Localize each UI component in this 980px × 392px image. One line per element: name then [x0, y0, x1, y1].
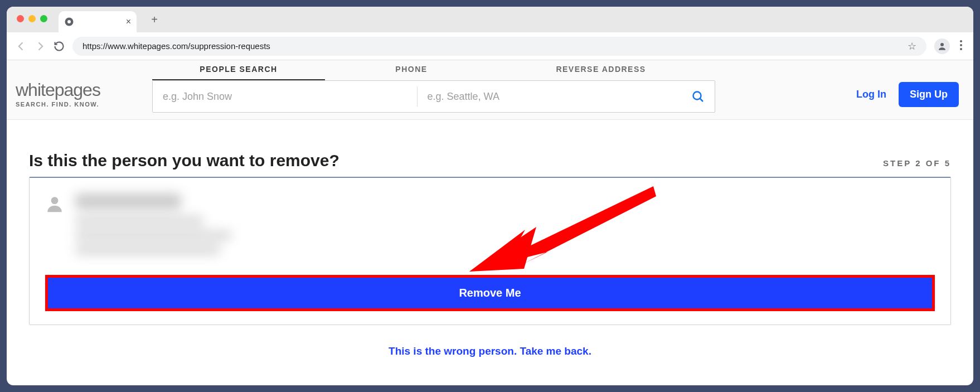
bookmark-icon[interactable]: ☆	[908, 40, 916, 52]
svg-point-1	[67, 20, 71, 23]
wrong-person-link[interactable]: This is the wrong person. Take me back.	[29, 345, 951, 357]
back-button[interactable]	[16, 41, 27, 52]
logo-tagline: SEARCH. FIND. KNOW.	[16, 101, 152, 108]
minimize-window-button[interactable]	[28, 15, 36, 22]
new-tab-button[interactable]: +	[147, 12, 162, 27]
svg-point-8	[51, 197, 59, 204]
address-bar[interactable]: ☆	[72, 37, 926, 56]
tab-phone[interactable]: PHONE	[325, 60, 498, 80]
site-header: whitepages SEARCH. FIND. KNOW. PEOPLE SE…	[7, 60, 973, 120]
maximize-window-button[interactable]	[40, 15, 47, 22]
svg-point-3	[960, 40, 962, 42]
main-content: Is this the person you want to remove? S…	[7, 120, 973, 357]
redacted-person-details	[75, 193, 231, 259]
reload-button[interactable]	[54, 41, 65, 52]
search-block: PEOPLE SEARCH PHONE REVERSE ADDRESS	[152, 60, 715, 113]
person-card: Remove Me	[29, 177, 951, 325]
signup-button[interactable]: Sign Up	[899, 82, 959, 107]
page-title: Is this the person you want to remove?	[29, 151, 339, 170]
search-form	[152, 80, 715, 113]
avatar-icon	[45, 195, 64, 214]
login-link[interactable]: Log In	[856, 89, 886, 100]
step-indicator: STEP 2 OF 5	[883, 158, 951, 168]
auth-block: Log In Sign Up	[856, 66, 964, 107]
search-submit-button[interactable]	[681, 81, 715, 112]
forward-button[interactable]	[35, 41, 46, 52]
browser-window: × + ☆ whitepages SEARCH. FIND.	[7, 7, 973, 385]
svg-line-7	[700, 99, 704, 102]
tab-favicon-icon	[64, 17, 74, 27]
browser-menu-icon[interactable]	[958, 40, 964, 52]
close-tab-icon[interactable]: ×	[126, 17, 131, 27]
site-logo[interactable]: whitepages SEARCH. FIND. KNOW.	[16, 65, 152, 108]
browser-tab[interactable]: ×	[59, 11, 137, 32]
svg-point-5	[960, 48, 962, 50]
tab-reverse-address[interactable]: REVERSE ADDRESS	[498, 60, 704, 80]
logo-text: whitepages	[16, 81, 152, 99]
search-location-input[interactable]	[418, 81, 682, 112]
svg-point-6	[693, 92, 701, 100]
person-row	[45, 193, 935, 259]
tab-people-search[interactable]: PEOPLE SEARCH	[152, 60, 325, 80]
search-tabs: PEOPLE SEARCH PHONE REVERSE ADDRESS	[152, 60, 715, 80]
browser-toolbar: ☆	[7, 32, 973, 60]
browser-tab-bar: × +	[7, 7, 973, 32]
svg-point-2	[940, 43, 944, 46]
search-name-input[interactable]	[153, 81, 417, 112]
headline-row: Is this the person you want to remove? S…	[29, 151, 951, 170]
url-input[interactable]	[83, 41, 908, 51]
svg-point-4	[960, 44, 962, 46]
close-window-button[interactable]	[17, 15, 24, 22]
remove-me-button[interactable]: Remove Me	[45, 275, 935, 311]
window-controls	[17, 15, 47, 22]
profile-icon[interactable]	[934, 38, 950, 54]
